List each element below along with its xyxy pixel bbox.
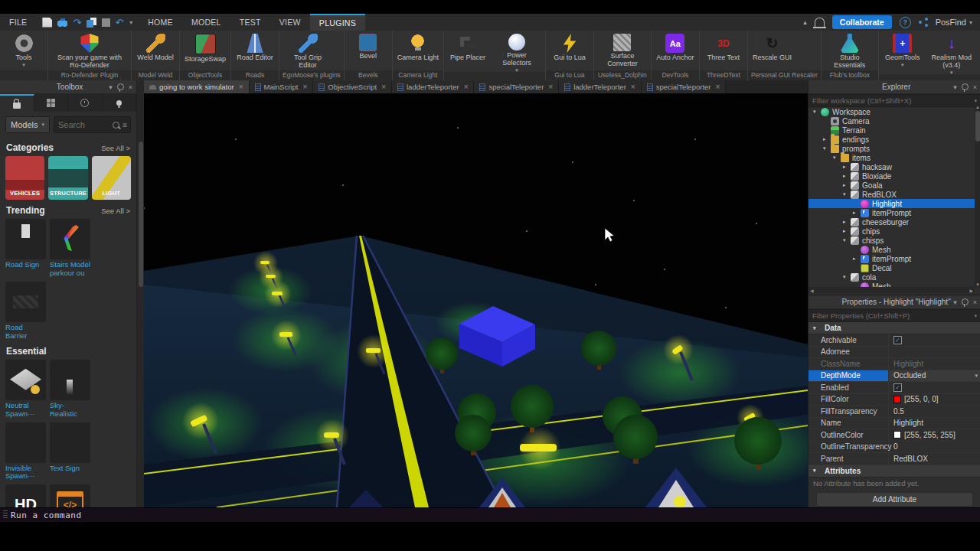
tree-item-highlight[interactable]: Highlight	[808, 199, 980, 208]
tree-right-arrow-icon[interactable]: ▸	[843, 228, 851, 234]
ribbon-button-pipe-placer[interactable]: Pipe Placer	[446, 33, 490, 62]
toolbox-item[interactable]: Road Barrier	[5, 282, 46, 341]
tree-down-arrow-icon[interactable]: ▾	[833, 155, 841, 161]
category-card-vehicles[interactable]: VEHICLES	[5, 156, 44, 200]
tree-right-arrow-icon[interactable]: ▸	[853, 256, 861, 262]
see-all-link[interactable]: See All >	[101, 144, 130, 152]
ribbon-button-tool-grip-editor[interactable]: Tool Grip Editor	[281, 33, 335, 70]
ribbon-button-studio-essentials[interactable]: Studio Essentials	[823, 33, 877, 70]
dropdown-caret-icon[interactable]: ▾	[975, 373, 978, 379]
tree-right-arrow-icon[interactable]: ▸	[843, 219, 851, 225]
property-value[interactable]: [255, 255, 255]	[889, 429, 980, 441]
property-value[interactable]: Highlight	[889, 358, 980, 370]
section-expand-arrow-icon[interactable]: ▾	[813, 468, 821, 474]
toolbox-item[interactable]: HDHD Admin	[5, 484, 46, 507]
tree-item-items[interactable]: ▾items	[808, 153, 980, 162]
find-icon[interactable]	[57, 18, 67, 28]
paste-icon[interactable]	[87, 18, 96, 28]
property-row-archivable[interactable]: Archivable✓	[808, 334, 980, 347]
tree-item-cheeseburger[interactable]: ▸cheeseburger	[808, 217, 980, 227]
close-tab-icon[interactable]: ×	[381, 83, 386, 91]
property-row-adornee[interactable]: Adornee	[808, 347, 980, 359]
properties-filter-input[interactable]: Filter Properties (Ctrl+Shift+P)▾	[808, 309, 980, 322]
tree-right-arrow-icon[interactable]: ▸	[823, 136, 831, 142]
close-tab-icon[interactable]: ×	[302, 83, 307, 91]
help-icon[interactable]: ?	[900, 17, 911, 28]
toolbox-tab-marketplace[interactable]	[34, 94, 69, 112]
property-row-depthmode[interactable]: DepthModeOccluded▾	[808, 370, 980, 383]
ribbon-button-storageswap[interactable]: StorageSwap	[181, 33, 229, 64]
menu-tab-view[interactable]: VIEW	[270, 14, 310, 31]
doc-tab-mainscript[interactable]: MainScript×	[250, 80, 314, 93]
close-tab-icon[interactable]: ×	[464, 83, 469, 91]
ribbon-button-geomtools[interactable]: +GeomTools▾	[880, 33, 925, 67]
property-value[interactable]: [255, 0, 0]	[889, 394, 980, 406]
ribbon-button-surface-converter[interactable]: Surface Converter	[596, 33, 649, 68]
toolbox-search-input[interactable]: Search ≡	[54, 116, 131, 133]
property-row-filltransparency[interactable]: FillTransparency0.5	[808, 406, 980, 418]
doc-tab-ladderteleporter[interactable]: ladderTeleporter×	[392, 80, 475, 93]
tree-right-arrow-icon[interactable]: ▸	[853, 210, 861, 216]
tree-item-endings[interactable]: ▸endings	[808, 135, 980, 144]
ribbon-button-auto-anchor[interactable]: AaAuto Anchor	[653, 33, 697, 62]
tree-item-prompts[interactable]: ▾prompts	[808, 144, 980, 153]
filter-icon[interactable]: ≡	[122, 121, 126, 129]
doc-tab-specialteleporter[interactable]: specialTeleporter×	[474, 80, 559, 93]
explorer-filter-input[interactable]: Filter workspace (Ctrl+Shift+X)▾	[808, 94, 980, 107]
doc-tab-specialteleporter[interactable]: specialTeleporter×	[642, 80, 727, 93]
tree-item-chisps[interactable]: ▾chisps	[808, 236, 980, 245]
quick-access-caret-icon[interactable]: ▾	[129, 19, 132, 26]
property-value[interactable]: 0.5	[889, 406, 980, 417]
ribbon-button-bevel[interactable]: Bevel	[346, 33, 390, 60]
tree-item-goala[interactable]: ▸Goala	[808, 181, 980, 190]
ribbon-button-realism-mod-v3-4-[interactable]: ↓Realism Mod (v3.4)▾	[925, 33, 978, 74]
tree-item-redblox[interactable]: ▾RedBLOX	[808, 190, 980, 199]
toolbox-item[interactable]: Stairs Model parkour ou	[50, 219, 90, 278]
menu-tab-home[interactable]: HOME	[139, 14, 182, 31]
ribbon-button-power-selectors[interactable]: Power Selectors▾	[490, 33, 544, 72]
tree-item-itemprompt[interactable]: ▸itemPrompt	[808, 254, 980, 263]
stop-icon[interactable]	[102, 18, 110, 27]
ribbon-button-tools[interactable]: Tools▾	[2, 33, 46, 67]
category-card-light[interactable]: LIGHT	[92, 156, 131, 200]
property-value[interactable]: RedBLOX	[889, 453, 980, 465]
explorer-collapse-icon[interactable]: ▾	[953, 83, 957, 91]
toolbox-item[interactable]: Invisible Spawn···	[5, 422, 46, 481]
properties-collapse-icon[interactable]: ▾	[953, 298, 957, 306]
close-tab-icon[interactable]: ×	[239, 83, 243, 91]
properties-pin-icon[interactable]	[962, 298, 969, 305]
account-menu[interactable]: PosFind▾	[936, 18, 972, 27]
properties-section-attributes[interactable]: ▾Attributes	[808, 465, 980, 478]
explorer-vertical-scrollbar[interactable]: ▲▼	[975, 105, 980, 287]
tree-right-arrow-icon[interactable]: ▸	[843, 173, 851, 179]
notifications-bell-icon[interactable]	[815, 18, 825, 27]
ribbon-button-three-text[interactable]: 3DThree Text	[701, 33, 746, 62]
ribbon-button-scan-your-game-with-ro-defender[interactable]: Scan your game with Ro-Defender	[50, 33, 129, 70]
toolbox-item[interactable]: Text Sign	[50, 422, 90, 481]
category-card-structure[interactable]: STRUCTURE	[48, 156, 87, 200]
toolbox-collapse-icon[interactable]: ▾	[109, 83, 113, 91]
explorer-pin-icon[interactable]	[962, 83, 969, 90]
menu-tab-test[interactable]: TEST	[230, 14, 270, 31]
property-row-name[interactable]: NameHighlight	[808, 418, 980, 430]
toolbox-tab-creations[interactable]	[103, 94, 137, 112]
close-tab-icon[interactable]: ×	[715, 83, 720, 91]
collaborate-button[interactable]: Collaborate	[832, 15, 892, 29]
toolbox-item[interactable]: Sky-Realistic	[50, 360, 90, 419]
tree-down-arrow-icon[interactable]: ▾	[813, 109, 821, 115]
property-row-fillcolor[interactable]: FillColor[255, 0, 0]	[808, 394, 980, 406]
property-value[interactable]	[889, 347, 980, 358]
properties-close-icon[interactable]: ×	[973, 298, 977, 306]
toolbox-item[interactable]: </>Shift to Sprint / Run	[50, 484, 90, 507]
ribbon-button-weld-model[interactable]: Weld Model	[133, 33, 178, 62]
toolbox-tab-recent[interactable]	[68, 94, 103, 112]
menu-tab-model[interactable]: MODEL	[182, 14, 230, 31]
add-attribute-button[interactable]: Add Attribute	[816, 492, 973, 507]
ribbon-button-camera-light[interactable]: Camera Light	[394, 33, 442, 62]
toolbox-tab-inventory[interactable]	[0, 94, 34, 112]
property-value[interactable]: Occluded▾	[889, 370, 980, 382]
ribbon-button-road-editor[interactable]: Road Editor	[233, 33, 277, 62]
toolbox-pin-icon[interactable]	[117, 83, 124, 90]
see-all-link[interactable]: See All >	[101, 207, 130, 215]
property-value[interactable]: ✓	[889, 382, 980, 393]
